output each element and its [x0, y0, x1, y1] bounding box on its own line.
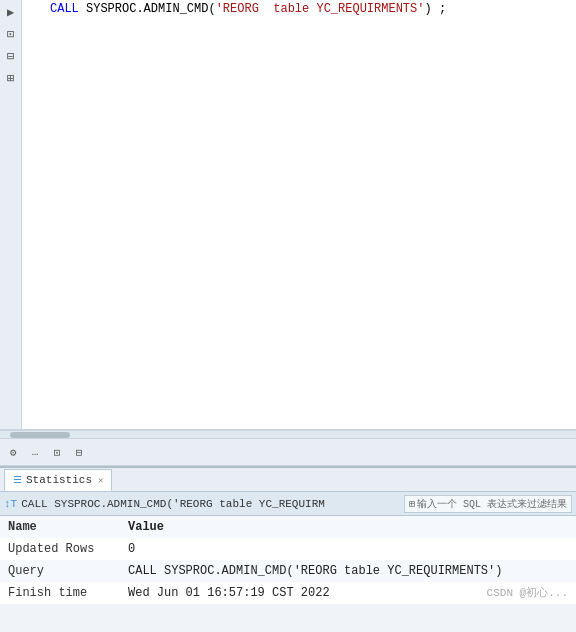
- row-query-value: CALL SYSPROC.ADMIN_CMD('REORG table YC_R…: [120, 560, 576, 582]
- bottom-toolbar: ⚙ … ⊡ ⊟: [0, 438, 576, 466]
- table-row: Query CALL SYSPROC.ADMIN_CMD('REORG tabl…: [0, 560, 576, 582]
- run-icon[interactable]: ▶: [3, 4, 19, 20]
- col-value: Value: [120, 516, 576, 538]
- row-query-label: Query: [0, 560, 120, 582]
- filter-icon: ⊞: [409, 498, 415, 510]
- filter-label: 输入一个 SQL 表达式来过滤结果: [417, 497, 567, 511]
- statistics-panel: ☰ Statistics ✕ ↕T CALL SYSPROC.ADMIN_CMD…: [0, 466, 576, 604]
- stats-tab-close[interactable]: ✕: [98, 475, 103, 486]
- stats-tab-bar: ☰ Statistics ✕: [0, 468, 576, 492]
- list-icon[interactable]: ⊞: [3, 70, 19, 86]
- query-bar: ↕T CALL SYSPROC.ADMIN_CMD('REORG table Y…: [0, 492, 576, 516]
- stats-table-container: Name Value Updated Rows 0 Query CALL SYS…: [0, 516, 576, 604]
- stats-tab-icon: ☰: [13, 474, 22, 486]
- table-row: Name Value: [0, 516, 576, 538]
- export-icon[interactable]: ⊟: [70, 443, 88, 461]
- row-finish-label: Finish time: [0, 582, 120, 604]
- remove-icon[interactable]: ⊟: [3, 48, 19, 64]
- stats-tab-label: Statistics: [26, 474, 92, 486]
- code-paren: ) ;: [424, 2, 446, 16]
- code-string: 'REORG table YC_REQUIRMENTS': [216, 2, 425, 16]
- query-bar-text: CALL SYSPROC.ADMIN_CMD('REORG table YC_R…: [21, 498, 400, 510]
- doc-icon[interactable]: ⊡: [48, 443, 66, 461]
- dots-icon[interactable]: …: [26, 443, 44, 461]
- scroll-thumb[interactable]: [10, 432, 70, 438]
- add-icon[interactable]: ⊡: [3, 26, 19, 42]
- row-updated-label: Updated Rows: [0, 538, 120, 560]
- settings-icon[interactable]: ⚙: [4, 443, 22, 461]
- table-row: Updated Rows 0: [0, 538, 576, 560]
- horizontal-scrollbar[interactable]: [0, 430, 576, 438]
- left-toolbar: ▶ ⊡ ⊟ ⊞: [0, 0, 22, 429]
- code-line-1: CALL SYSPROC.ADMIN_CMD( 'REORG table YC_…: [22, 0, 576, 18]
- statistics-tab[interactable]: ☰ Statistics ✕: [4, 469, 112, 491]
- row-updated-value: 0: [120, 538, 576, 560]
- code-sysproc: SYSPROC.ADMIN_CMD(: [79, 2, 216, 16]
- code-editor[interactable]: CALL SYSPROC.ADMIN_CMD( 'REORG table YC_…: [22, 0, 576, 429]
- filter-button[interactable]: ⊞ 输入一个 SQL 表达式来过滤结果: [404, 495, 572, 513]
- keyword-call: CALL: [50, 2, 79, 16]
- watermark: CSDN @初心...: [487, 585, 568, 600]
- col-name: Name: [0, 516, 120, 538]
- query-bar-icon: ↕T: [4, 498, 17, 510]
- editor-area: ▶ ⊡ ⊟ ⊞ CALL SYSPROC.ADMIN_CMD( 'REORG t…: [0, 0, 576, 430]
